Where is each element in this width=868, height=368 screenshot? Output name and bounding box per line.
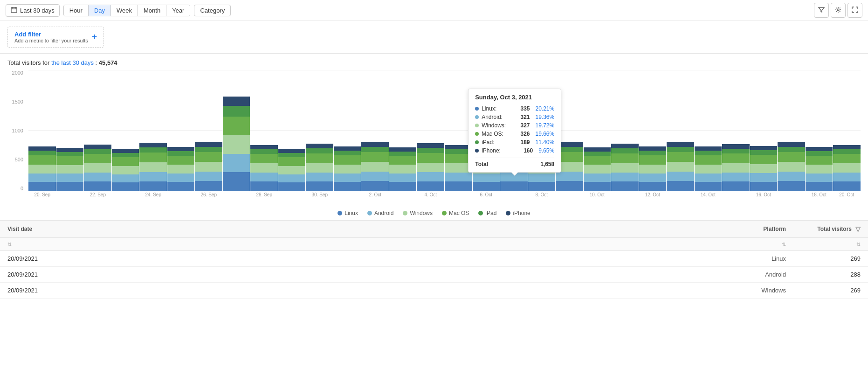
legend: Linux Android Windows Mac OS iPad iPhone: [7, 205, 861, 220]
macos-label: Mac OS: [449, 210, 469, 216]
cell-total-3: 269: [793, 283, 868, 298]
bar-ipad: [639, 151, 667, 155]
category-button[interactable]: Category: [194, 5, 231, 16]
bar-group[interactable]: [695, 146, 722, 191]
bar-macos: [833, 154, 861, 163]
android-dot: [367, 211, 372, 215]
bar-iphone: [389, 147, 417, 152]
bar-linux: [306, 181, 333, 191]
chart-bars[interactable]: [28, 70, 861, 191]
windows-label: Windows: [410, 210, 433, 216]
bar-android: [750, 173, 778, 182]
tooltip-pct: 20.21%: [535, 105, 554, 112]
bar-group[interactable]: [167, 147, 195, 191]
bar-group[interactable]: [56, 148, 84, 191]
period-hour[interactable]: Hour: [64, 5, 89, 16]
filter-button[interactable]: [814, 3, 829, 18]
sort-total[interactable]: ⇅: [793, 238, 868, 250]
bar-linux: [278, 182, 306, 191]
date-range-label: Last 30 days: [20, 7, 55, 14]
bar-windows: [334, 165, 361, 174]
macos-dot: [442, 211, 447, 215]
bar-group[interactable]: [611, 144, 639, 191]
bar-linux: [84, 181, 111, 191]
bar-group[interactable]: [361, 142, 389, 191]
tooltip-value: 321: [520, 114, 530, 120]
bar-macos: [223, 117, 250, 135]
bar-group[interactable]: [223, 97, 250, 191]
bar-group[interactable]: [139, 143, 167, 191]
add-filter-title: Add filter: [14, 31, 88, 38]
bar-ipad: [778, 147, 805, 152]
bar-android: [139, 172, 167, 181]
bar-iphone: [639, 146, 667, 151]
bar-group[interactable]: [84, 145, 111, 191]
table-section: Visit date Platform Total visitors ▽ ⇅ ⇅…: [0, 220, 868, 299]
bar-linux: [445, 181, 472, 191]
table-row: 20/09/2021 Android 288: [0, 267, 868, 283]
bar-android: [667, 172, 694, 181]
bar-group[interactable]: [833, 145, 861, 191]
bar-linux: [806, 182, 833, 191]
tooltip-pct: 19.66%: [535, 131, 554, 137]
chart-area: 0 500 1000 1500 2000: [7, 70, 861, 205]
bar-group[interactable]: [639, 146, 667, 191]
bar-iphone: [611, 144, 639, 148]
x-label: 20. Oct: [833, 192, 861, 197]
tooltip-row: Windows: 327 19.72%: [475, 121, 554, 130]
bar-linux: [473, 182, 500, 191]
bar-group[interactable]: [112, 149, 139, 191]
bar-macos: [278, 157, 306, 166]
bar-android: [112, 174, 139, 182]
tooltip-label: iPhone:: [482, 147, 516, 154]
bar-group[interactable]: [667, 142, 694, 191]
bar-ipad: [334, 151, 361, 155]
bar-windows: [250, 163, 278, 173]
bar-group[interactable]: [806, 147, 833, 191]
bar-group[interactable]: [389, 147, 417, 191]
bar-macos: [306, 153, 333, 163]
tooltip-pct: 19.36%: [535, 114, 554, 120]
bar-group[interactable]: [195, 142, 222, 191]
bar-group[interactable]: [584, 147, 611, 191]
tooltip-row: Mac OS: 326 19.66%: [475, 130, 554, 138]
bar-ipad: [112, 153, 139, 157]
bar-group[interactable]: [306, 144, 333, 191]
tooltip-pct: 11.40%: [535, 139, 554, 146]
bar-ipad: [250, 149, 278, 154]
y-label-2000: 2000: [7, 70, 26, 76]
bar-macos: [611, 153, 639, 163]
add-filter-box[interactable]: Add filter Add a metric to filter your r…: [7, 27, 104, 48]
bar-group[interactable]: [750, 146, 778, 191]
tooltip-label: iPad:: [482, 139, 513, 146]
bar-group[interactable]: [778, 142, 805, 191]
total-filter-icon[interactable]: ▽: [855, 225, 861, 233]
period-month[interactable]: Month: [138, 5, 166, 16]
bar-group[interactable]: [250, 145, 278, 191]
bar-group[interactable]: [722, 144, 750, 191]
bar-linux: [667, 181, 694, 191]
date-range-button[interactable]: Last 30 days: [6, 4, 60, 17]
bar-ipad: [223, 106, 250, 117]
bar-group[interactable]: [278, 149, 306, 191]
bar-iphone: [750, 146, 778, 150]
period-day[interactable]: Day: [89, 5, 111, 16]
bar-macos: [750, 155, 778, 164]
bar-iphone: [584, 147, 611, 152]
expand-button[interactable]: [847, 3, 862, 18]
settings-button[interactable]: [831, 3, 846, 18]
bar-group[interactable]: [334, 146, 361, 191]
bar-group[interactable]: [28, 146, 56, 191]
bar-windows: [139, 162, 167, 172]
bar-android: [473, 174, 500, 182]
bar-linux: [361, 181, 389, 191]
sort-platform[interactable]: ⇅: [242, 238, 793, 250]
tooltip-row: iPad: 189 11.40%: [475, 138, 554, 146]
bar-linux: [223, 172, 250, 191]
bar-group[interactable]: [417, 143, 444, 191]
bar-macos: [195, 152, 222, 162]
period-year[interactable]: Year: [166, 5, 190, 16]
sort-visit[interactable]: ⇅: [0, 238, 242, 250]
period-week[interactable]: Week: [111, 5, 138, 16]
tooltip-total-value: 1,658: [540, 161, 554, 167]
